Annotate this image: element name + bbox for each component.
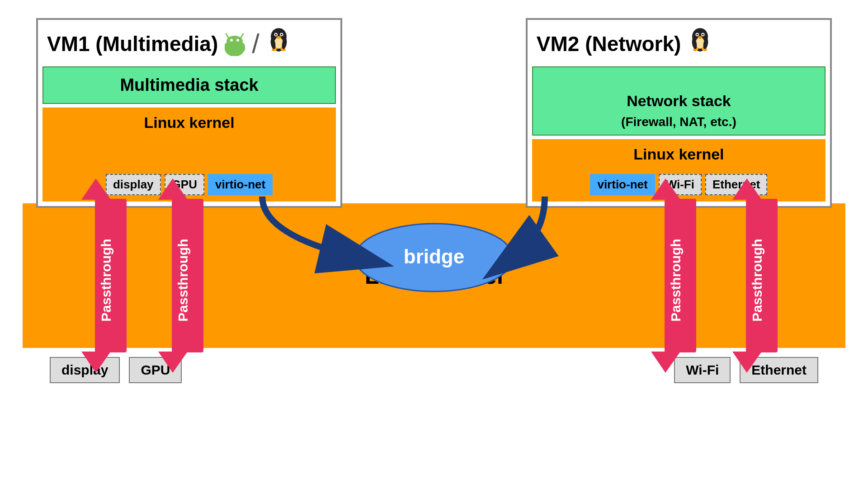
svg-line-22 [226,34,228,38]
architecture-diagram: Passthrough Passthrough Passthrough Pass… [23,18,845,470]
svg-point-20 [230,39,233,42]
vm2-box: VM2 (Network) [526,18,832,208]
tux-icon-vm1 [264,27,293,61]
vm1-kernel-label: Linux kernel [52,114,327,131]
vm-middle-spacer [342,18,526,208]
svg-point-34 [281,34,283,36]
vm1-driver-gpu: GPU [165,174,204,195]
bottom-device-ethernet: Ethernet [740,357,818,383]
vm1-driver-display: display [106,174,161,195]
bottom-device-gpu: GPU [129,357,182,383]
svg-rect-24 [225,45,228,51]
vm2-driver-row: virtio-net Wi-Fi Ethernet [541,174,816,198]
svg-line-23 [241,34,243,38]
network-stack-label: Network stack(Firewall, NAT, etc.) [621,92,736,129]
vm2-driver-wifi: Wi-Fi [659,174,702,195]
vm2-kernel-box: Linux kernel virtio-net Wi-Fi Ethernet [532,139,826,202]
vm2-kernel-label: Linux kernel [541,145,816,163]
vm1-box: VM1 (Multimedia) / [36,18,342,208]
host-kernel-section: Linux kernel [23,203,845,348]
bottom-devices-row: display GPU Wi-Fi Ethernet [23,348,845,383]
bottom-device-display: display [50,357,120,383]
network-stack-box: Network stack(Firewall, NAT, etc.) [532,66,826,136]
slash-icon: / [252,28,259,59]
svg-point-33 [275,34,277,36]
vm1-title: VM1 (Multimedia) / [42,24,336,63]
multimedia-stack-label: Multimedia stack [120,75,258,94]
vm2-title: VM2 (Network) [532,24,826,63]
host-kernel-label: Linux kernel [365,262,503,289]
bottom-right-devices: Wi-Fi Ethernet [674,357,818,383]
vm2-title-text: VM2 (Network) [537,32,681,56]
svg-point-46 [702,34,704,36]
vm1-title-text: VM1 (Multimedia) [47,32,218,56]
svg-rect-26 [231,51,233,55]
vm1-driver-row: display GPU virtio-net [52,174,327,198]
bottom-device-wifi: Wi-Fi [674,357,731,383]
vms-row: VM1 (Multimedia) / [23,18,845,208]
vm1-kernel-box: Linux kernel display GPU virtio-net [42,108,336,202]
tux-icon-vm2 [685,27,715,61]
vm2-driver-ethernet: Ethernet [705,174,767,195]
svg-point-45 [697,34,698,36]
vm1-driver-virtionet: virtio-net [208,174,273,195]
svg-point-47 [698,36,703,39]
svg-point-30 [274,38,283,49]
android-icon [222,31,247,56]
svg-point-35 [276,36,281,39]
bottom-left-devices: display GPU [50,357,182,383]
svg-point-21 [236,39,239,42]
vm2-driver-virtionet: virtio-net [590,174,655,195]
multimedia-stack-box: Multimedia stack [42,66,336,104]
svg-rect-25 [241,45,245,51]
svg-point-42 [696,38,705,49]
svg-rect-27 [236,51,239,55]
